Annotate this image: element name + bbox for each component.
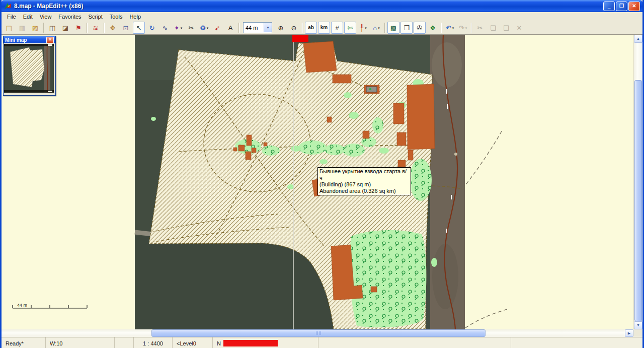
- undo-button-dropdown-icon[interactable]: ▾: [452, 26, 454, 30]
- menu-view[interactable]: View: [36, 13, 55, 21]
- scale-combo-dropdown-icon[interactable]: ▾: [264, 23, 272, 32]
- map-tooltip: Бывшее укрытие взвода старта в/ч(Buildin…: [317, 167, 411, 195]
- attachments-toggle[interactable]: ✇: [414, 22, 426, 34]
- cut-button[interactable]: ✂: [474, 22, 486, 34]
- maximize-button[interactable]: ❐: [616, 2, 627, 11]
- select-area-button-dropdown-icon[interactable]: ▾: [378, 26, 380, 30]
- tooltip-line-2: (Building) (867 sq m): [319, 181, 409, 188]
- scroll-right-icon[interactable]: ▶: [625, 329, 633, 337]
- minimap-close-icon[interactable]: ✕: [46, 37, 54, 43]
- menu-script[interactable]: Script: [85, 13, 106, 21]
- nodes-toggle[interactable]: ✄: [344, 22, 356, 34]
- zoom-out-button[interactable]: ⊖: [288, 22, 300, 34]
- redo-button-dropdown-icon[interactable]: ▾: [465, 26, 467, 30]
- ruler-toggle[interactable]: km: [318, 22, 330, 34]
- magic-wand-button[interactable]: ✦▾: [172, 22, 184, 34]
- toolbar-separator: [471, 23, 472, 33]
- highlight-icon: ≋: [93, 25, 99, 31]
- label-stamp-button[interactable]: A: [224, 22, 236, 34]
- zoom-window-icon: ⊡: [123, 25, 129, 31]
- vertical-scroll-thumb[interactable]: [634, 80, 642, 321]
- scale-bar-label: 44 m: [17, 303, 27, 308]
- attachments-icon: ✇: [417, 25, 423, 31]
- properties-button[interactable]: ◫: [46, 22, 58, 34]
- minimap-titlebar[interactable]: Mini map ✕: [4, 36, 55, 43]
- horizontal-scrollbar[interactable]: ▶: [2, 329, 633, 337]
- wizard-button[interactable]: ◪: [59, 22, 71, 34]
- page-view-toggle[interactable]: ❐: [400, 22, 413, 34]
- status-scale-label: 1 : 4400: [143, 340, 163, 346]
- magic-wand-button-dropdown-icon[interactable]: ▾: [181, 26, 183, 30]
- redaction-box: [292, 35, 308, 42]
- app-icon: [4, 2, 12, 10]
- menu-favorites[interactable]: Favorites: [55, 13, 85, 21]
- wizard-icon: ◪: [62, 25, 68, 31]
- status-coords: N: [213, 337, 318, 348]
- zoom-in-button[interactable]: ⊕: [275, 22, 287, 34]
- map-view-toggle[interactable]: ▩: [387, 22, 399, 34]
- menu-bar: FileEditViewFavoritesScriptToolsHelp: [2, 12, 642, 21]
- copy-button[interactable]: ❏: [487, 22, 499, 34]
- polyline-button[interactable]: ∿: [159, 22, 171, 34]
- open-folder-icon: ▨: [32, 25, 38, 31]
- paste-button[interactable]: ❑: [500, 22, 512, 34]
- open-map-button[interactable]: ▤: [3, 22, 15, 34]
- menu-file[interactable]: File: [4, 13, 20, 21]
- zoom-in-icon: ⊕: [278, 25, 284, 31]
- horizontal-scroll-thumb[interactable]: [151, 329, 486, 337]
- grid-icon: #: [335, 25, 339, 31]
- menu-help[interactable]: Help: [126, 13, 144, 21]
- toolbar: ▤▦▨◫◪⚑≋✥⊡↖↻∿✦▾✂❂▾➹A44 m▾⊕⊖abkm#✄╀▾⌂▾▩❐✇❖…: [2, 21, 642, 35]
- status-scale: 1 : 4400: [134, 337, 173, 348]
- status-ready: Ready*: [2, 337, 46, 348]
- minimap-body[interactable]: [4, 43, 55, 95]
- pan-hand-icon: ✥: [110, 25, 116, 31]
- scale-combo-value: 44 m: [244, 25, 264, 31]
- menu-edit[interactable]: Edit: [20, 13, 36, 21]
- vertical-scrollbar[interactable]: ▲ ▼: [633, 35, 642, 329]
- cross-section-button[interactable]: ╀▾: [357, 22, 369, 34]
- redo-button[interactable]: ↷▾: [457, 22, 469, 34]
- status-bar: Ready*W:101 : 4400<Level0N: [2, 337, 642, 348]
- labels-toggle[interactable]: ab: [305, 22, 317, 34]
- menu-tools[interactable]: Tools: [106, 13, 126, 21]
- select-area-button[interactable]: ⌂▾: [370, 22, 382, 34]
- projection-icon: ❂: [200, 25, 206, 31]
- scale-combo[interactable]: 44 m▾: [243, 22, 272, 33]
- zoom-window-button[interactable]: ⊡: [120, 22, 132, 34]
- status-window-label: W:10: [50, 340, 62, 346]
- delete-icon: ✕: [517, 25, 522, 31]
- map-canvas[interactable]: 44 m Mini map ✕: [2, 35, 633, 329]
- redo-icon: ↷: [459, 25, 464, 31]
- projection-button-dropdown-icon[interactable]: ▾: [207, 26, 209, 30]
- highlight-button[interactable]: ≋: [90, 22, 102, 34]
- close-button[interactable]: ✕: [628, 2, 640, 11]
- scroll-up-icon[interactable]: ▲: [634, 35, 642, 43]
- open-folder-button[interactable]: ▨: [29, 22, 41, 34]
- cross-section-button-dropdown-icon[interactable]: ▾: [365, 26, 367, 30]
- toolbar-separator: [43, 23, 44, 33]
- save-button[interactable]: ▦: [16, 22, 28, 34]
- scroll-down-icon[interactable]: ▼: [634, 321, 642, 329]
- projection-button[interactable]: ❂▾: [198, 22, 210, 34]
- clip-select-button[interactable]: ✂: [185, 22, 197, 34]
- zoom-out-icon: ⊖: [291, 25, 297, 31]
- select-cursor-button[interactable]: ↖: [133, 22, 145, 34]
- minimap-panel[interactable]: Mini map ✕: [3, 36, 56, 96]
- undo-button[interactable]: ↶▾: [444, 22, 456, 34]
- grid-toggle[interactable]: #: [331, 22, 343, 34]
- script-flag-button[interactable]: ⚑: [72, 22, 85, 34]
- magic-wand-icon: ✦: [174, 25, 180, 31]
- select-area-icon: ⌂: [373, 25, 377, 31]
- undo-icon: ↶: [446, 25, 451, 31]
- move-node-button[interactable]: ➹: [211, 22, 223, 34]
- pan-hand-button[interactable]: ✥: [107, 22, 119, 34]
- copy-icon: ❏: [490, 25, 496, 31]
- rotate-button[interactable]: ↻: [146, 22, 158, 34]
- title-bar[interactable]: 8.map - MapEdit++ (x86) _❐✕: [2, 0, 642, 12]
- delete-button[interactable]: ✕: [513, 22, 525, 34]
- paste-icon: ❑: [503, 25, 509, 31]
- status-empty-3: [511, 337, 642, 348]
- layers-button[interactable]: ❖: [427, 22, 439, 34]
- minimize-button[interactable]: _: [603, 2, 615, 11]
